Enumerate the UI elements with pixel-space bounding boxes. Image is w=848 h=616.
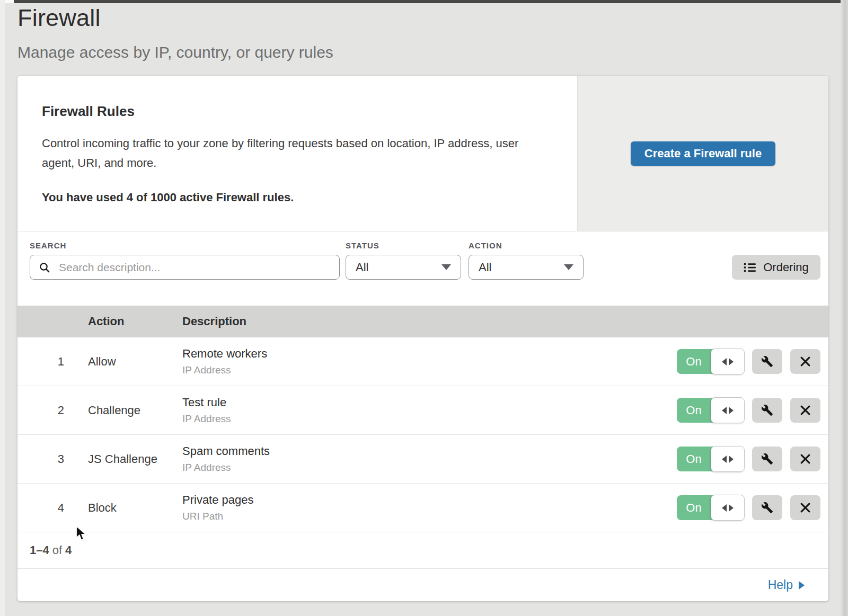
toggle-on-label: On — [677, 398, 711, 423]
rule-priority: 2 — [17, 404, 64, 417]
search-icon — [39, 262, 50, 273]
delete-rule-button[interactable] — [790, 398, 820, 423]
close-icon — [800, 453, 811, 465]
wrench-icon — [761, 453, 773, 465]
action-select-value: All — [479, 261, 491, 274]
toggle-on-label: On — [677, 349, 711, 374]
left-right-arrows-icon — [729, 504, 734, 512]
rule-controls: On — [677, 447, 828, 471]
search-input[interactable] — [58, 261, 331, 274]
screenshot-top-edge — [14, 0, 848, 3]
rule-toggle[interactable]: On — [677, 398, 744, 423]
action-select[interactable]: All — [469, 255, 584, 280]
status-select[interactable]: All — [346, 255, 461, 280]
delete-rule-button[interactable] — [790, 349, 820, 374]
card-title: Firewall Rules — [42, 103, 577, 120]
rule-field-type: IP Address — [182, 413, 677, 425]
toggle-on-label: On — [677, 495, 711, 520]
edit-rule-button[interactable] — [752, 495, 782, 520]
toggle-handle[interactable] — [711, 446, 745, 472]
pagination-range: 1–4 — [30, 543, 49, 557]
rule-description-cell: Spam comments IP Address — [182, 444, 677, 474]
filter-bar: SEARCH STATUS All ACTION All Ordering — [17, 231, 828, 306]
rule-priority: 4 — [17, 501, 64, 515]
search-label: SEARCH — [30, 241, 66, 250]
rule-priority: 1 — [17, 355, 64, 369]
close-icon — [800, 356, 811, 367]
create-firewall-rule-button[interactable]: Create a Firewall rule — [631, 141, 775, 166]
ordering-list-icon — [744, 262, 756, 273]
rule-field-type: URI Path — [182, 511, 677, 522]
rule-description: Test rule — [182, 396, 677, 409]
left-right-arrows-icon — [722, 358, 727, 365]
table-row: 3 JS Challenge Spam comments IP Address … — [17, 435, 828, 484]
edit-rule-button[interactable] — [752, 398, 782, 423]
table-row: 2 Challenge Test rule IP Address On — [17, 386, 828, 435]
left-right-arrows-icon — [722, 504, 727, 512]
pagination-of: of — [52, 543, 62, 557]
usage-text: You have used 4 of 1000 active Firewall … — [42, 191, 577, 204]
help-link-label: Help — [768, 578, 793, 592]
left-right-arrows-icon — [722, 456, 727, 463]
column-header-description: Description — [182, 315, 828, 328]
rule-action: Allow — [88, 355, 182, 369]
rule-action: Block — [88, 501, 182, 515]
rule-toggle[interactable]: On — [677, 447, 744, 471]
help-link[interactable]: Help — [768, 578, 805, 592]
toggle-on-label: On — [677, 447, 711, 471]
pagination-total: 4 — [65, 543, 72, 557]
toggle-handle[interactable] — [711, 397, 745, 423]
rule-description-cell: Private pages URI Path — [182, 493, 677, 522]
left-right-arrows-icon — [729, 358, 734, 365]
delete-rule-button[interactable] — [790, 447, 820, 471]
wrench-icon — [761, 502, 773, 514]
create-rule-panel: Create a Firewall rule — [577, 76, 828, 231]
edit-rule-button[interactable] — [752, 349, 782, 374]
left-right-arrows-icon — [729, 407, 734, 414]
left-right-arrows-icon — [722, 407, 727, 414]
rule-description: Private pages — [182, 493, 677, 507]
rule-toggle[interactable]: On — [677, 495, 744, 520]
page-header: Firewall Manage access by IP, country, o… — [17, 4, 333, 61]
rule-controls: On — [677, 398, 828, 423]
left-right-arrows-icon — [729, 456, 734, 463]
chevron-down-icon — [564, 264, 573, 270]
rule-description-cell: Test rule IP Address — [182, 396, 677, 425]
rule-action: JS Challenge — [88, 452, 182, 466]
table-header: Action Description — [17, 306, 828, 337]
wrench-icon — [761, 355, 773, 368]
page-subtitle: Manage access by IP, country, or query r… — [17, 43, 333, 61]
rule-priority: 3 — [17, 452, 64, 466]
screenshot-right-edge — [841, 0, 848, 616]
status-select-value: All — [356, 261, 368, 274]
rule-controls: On — [677, 495, 828, 520]
rule-description: Remote workers — [182, 347, 677, 361]
delete-rule-button[interactable] — [790, 495, 820, 520]
status-label: STATUS — [346, 241, 379, 250]
close-icon — [800, 502, 811, 513]
table-row: 1 Allow Remote workers IP Address On — [17, 337, 828, 386]
wrench-icon — [761, 404, 773, 416]
card-description: Control incoming traffic to your zone by… — [42, 133, 543, 173]
chevron-down-icon — [441, 264, 451, 270]
intro-text-block: Firewall Rules Control incoming traffic … — [17, 76, 577, 231]
close-icon — [800, 405, 811, 416]
rule-toggle[interactable]: On — [677, 349, 744, 374]
toggle-handle[interactable] — [711, 495, 745, 521]
intro-section: Firewall Rules Control incoming traffic … — [17, 76, 828, 231]
rule-field-type: IP Address — [182, 462, 677, 474]
page-title: Firewall — [17, 4, 333, 32]
rule-description: Spam comments — [182, 444, 677, 458]
ordering-button[interactable]: Ordering — [732, 255, 820, 280]
rule-description-cell: Remote workers IP Address — [182, 347, 677, 376]
search-field[interactable] — [30, 255, 340, 280]
rule-field-type: IP Address — [182, 364, 677, 376]
toggle-handle[interactable] — [711, 349, 745, 374]
edit-rule-button[interactable] — [752, 447, 782, 471]
firewall-rules-card: Firewall Rules Control incoming traffic … — [17, 76, 828, 601]
rule-action: Challenge — [88, 404, 182, 417]
rule-controls: On — [677, 349, 828, 374]
table-row: 4 Block Private pages URI Path On — [17, 484, 828, 532]
action-label: ACTION — [469, 241, 502, 250]
screenshot-left-edge — [0, 0, 5, 616]
